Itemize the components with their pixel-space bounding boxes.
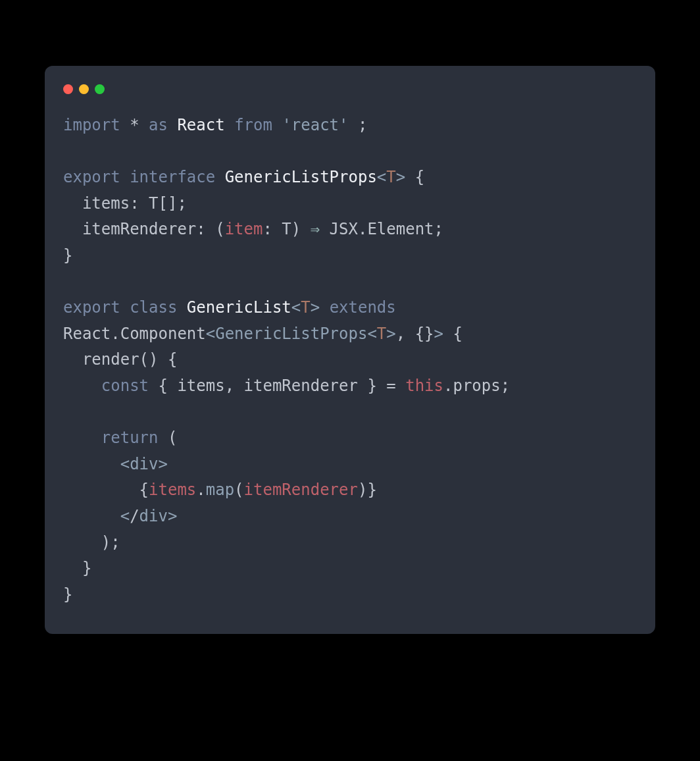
code-token: > [168,507,177,525]
code-token: React [177,116,224,134]
code-token: from [234,116,272,134]
code-token: ⇒ [311,220,320,238]
code-token [215,168,224,186]
code-token [63,429,101,447]
code-token: div [139,507,168,525]
close-icon[interactable] [63,84,73,94]
code-token [63,377,101,395]
code-token: interface [130,168,215,186]
code-token: > [396,168,405,186]
code-token: GenericListProps [215,325,367,343]
code-token: class [130,298,177,317]
titlebar [45,84,655,113]
code-token: const [101,377,149,395]
code-token [177,298,186,317]
code-token [272,116,282,134]
code-token: render() { [63,350,177,369]
code-token: extends [330,298,396,317]
code-token: } [63,585,72,604]
code-token: < [120,507,130,525]
code-token: } [63,559,91,577]
code-token: < [206,325,215,343]
code-token [120,168,130,186]
code-token [320,298,329,317]
code-token [63,507,120,525]
code-token: ; [349,116,368,134]
code-token: map [206,481,234,499]
code-token: ( [159,429,178,447]
code-block: import * as React from 'react' ; export … [45,113,655,608]
code-token: * [130,116,139,134]
code-token: < [120,455,130,473]
code-token: T [377,325,386,343]
code-window: import * as React from 'react' ; export … [45,66,655,634]
code-token: as [149,116,168,134]
code-token: { items, itemRenderer } = [149,377,405,395]
code-token: { [63,481,149,499]
code-token: T [301,298,310,317]
code-token: GenericListProps [225,168,377,186]
code-token: itemRenderer: ( [63,220,225,238]
code-token: )} [358,481,377,499]
code-token: div [130,455,158,473]
code-token: < [291,298,301,317]
code-token [139,116,149,134]
code-token: item [225,220,263,238]
code-token [168,116,177,134]
code-token: export [63,298,120,317]
code-token: 'react' [282,116,348,134]
code-token: GenericList [187,298,291,317]
code-token [63,455,120,473]
code-token [120,116,130,134]
code-token: / [130,507,139,525]
code-token: } [63,246,72,265]
code-token: > [434,325,443,343]
code-token [120,298,130,317]
code-token: < [377,168,386,186]
code-token: return [101,429,159,447]
code-token: { [443,325,463,343]
code-token: > [159,455,168,473]
code-token: > [386,325,395,343]
code-token: . [196,481,205,499]
code-token: , {} [396,325,434,343]
code-token: : T) [262,220,310,238]
minimize-icon[interactable] [79,84,89,94]
code-token: > [311,298,320,317]
code-token: ); [63,533,120,552]
code-token: export [63,168,120,186]
code-token: import [63,116,120,134]
code-token: itemRenderer [244,481,358,499]
zoom-icon[interactable] [95,84,105,94]
code-token: ( [234,481,243,499]
code-token: JSX.Element; [320,220,443,238]
code-token: React.Component [63,325,206,343]
code-token: items: T[]; [63,194,187,213]
code-token: this [405,377,443,395]
code-token: < [367,325,376,343]
code-token: .props; [443,377,510,395]
code-token: { [405,168,424,186]
code-token: T [386,168,395,186]
code-token [225,116,234,134]
code-token: items [149,481,196,499]
